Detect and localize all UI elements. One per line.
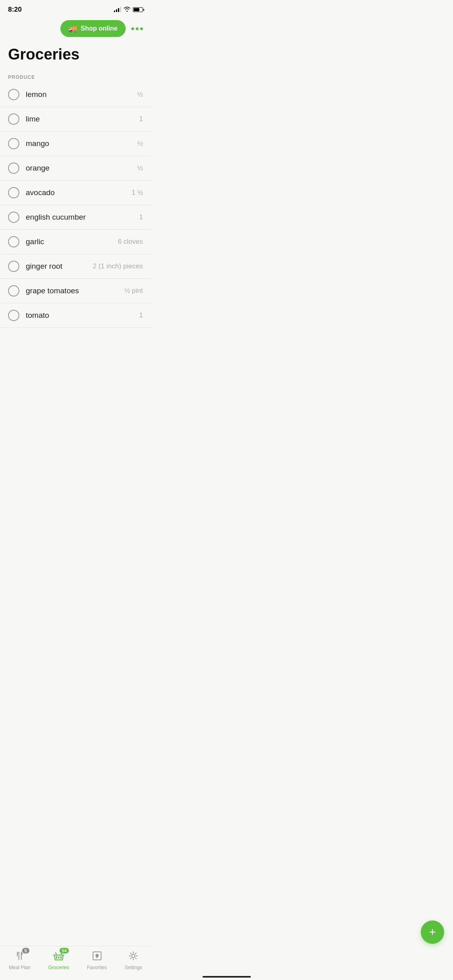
item-name-7: ginger root	[26, 262, 93, 271]
item-name-2: mango	[26, 139, 137, 148]
status-icons	[114, 6, 143, 13]
shop-online-label: Shop online	[81, 25, 118, 32]
item-checkbox-6[interactable]	[8, 236, 19, 247]
status-bar: 8:20	[0, 0, 151, 17]
item-checkbox-9[interactable]	[8, 310, 19, 321]
item-quantity-2: ½	[137, 140, 143, 148]
grocery-item: english cucumber 1	[0, 205, 151, 230]
item-quantity-1: 1	[139, 115, 143, 123]
item-name-3: orange	[26, 164, 137, 173]
grocery-item: ginger root 2 (1 inch) pieces	[0, 254, 151, 279]
status-time: 8:20	[8, 6, 22, 14]
dot-1	[131, 27, 134, 30]
item-quantity-6: 6 cloves	[118, 238, 143, 246]
item-name-9: tomato	[26, 311, 139, 320]
grocery-item: grape tomatoes ½ pint	[0, 279, 151, 303]
dot-3	[140, 27, 143, 30]
item-checkbox-5[interactable]	[8, 212, 19, 223]
item-quantity-3: ½	[137, 164, 143, 172]
item-checkbox-7[interactable]	[8, 261, 19, 272]
grocery-item: lime 1	[0, 107, 151, 132]
item-name-1: lime	[26, 115, 139, 124]
item-quantity-7: 2 (1 inch) pieces	[93, 262, 143, 270]
item-checkbox-4[interactable]	[8, 187, 19, 198]
grocery-item: tomato 1	[0, 303, 151, 328]
item-checkbox-2[interactable]	[8, 138, 19, 149]
item-quantity-8: ½ pint	[124, 287, 143, 295]
item-name-5: english cucumber	[26, 213, 139, 222]
wifi-icon	[124, 6, 130, 13]
item-checkbox-1[interactable]	[8, 113, 19, 125]
item-name-8: grape tomatoes	[26, 286, 124, 295]
produce-section-header: PRODUCE	[0, 71, 151, 82]
shop-online-button[interactable]: 🚚 Shop online	[60, 20, 126, 37]
grocery-list: lemon ½ lime 1 mango ½ orange ½ avocado …	[0, 82, 151, 328]
item-name-4: avocado	[26, 188, 132, 197]
item-checkbox-8[interactable]	[8, 285, 19, 296]
item-quantity-5: 1	[139, 213, 143, 221]
item-quantity-4: 1 ½	[132, 189, 143, 197]
header-area: 🚚 Shop online	[0, 17, 151, 42]
grocery-item: avocado 1 ½	[0, 181, 151, 205]
item-checkbox-0[interactable]	[8, 89, 19, 100]
dot-2	[136, 27, 139, 30]
more-options-button[interactable]	[131, 27, 143, 30]
battery-icon	[133, 7, 143, 12]
grocery-item: mango ½	[0, 132, 151, 156]
grocery-item: garlic 6 cloves	[0, 230, 151, 254]
item-checkbox-3[interactable]	[8, 163, 19, 174]
grocery-item: orange ½	[0, 156, 151, 181]
item-quantity-0: ½	[137, 91, 143, 99]
signal-icon	[114, 7, 121, 12]
page-title: Groceries	[0, 42, 151, 71]
item-name-6: garlic	[26, 237, 118, 246]
item-name-0: lemon	[26, 90, 137, 99]
truck-icon: 🚚	[68, 24, 77, 33]
item-quantity-9: 1	[139, 311, 143, 319]
grocery-item: lemon ½	[0, 82, 151, 107]
